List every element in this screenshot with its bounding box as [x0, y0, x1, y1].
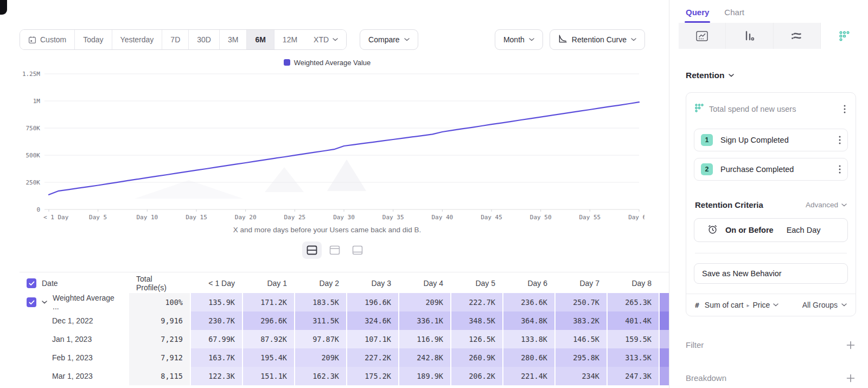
- date-range-12m-button[interactable]: 12M: [275, 30, 305, 49]
- tab-bar-chart-icon[interactable]: [726, 23, 773, 49]
- retention-value-cell[interactable]: 313.5K: [608, 348, 659, 367]
- retention-value-cell[interactable]: 227.2K: [347, 348, 398, 367]
- tab-retention-icon[interactable]: [821, 23, 868, 49]
- layout-chart-toggle[interactable]: [325, 241, 344, 259]
- retention-value-cell[interactable]: 250.7K: [556, 293, 607, 311]
- retention-value-cell[interactable]: 260.9K: [451, 348, 502, 367]
- line-chart-canvas[interactable]: 0250K500K750K1M1.25M< 1 DayDay 5Day 10Da…: [10, 67, 644, 222]
- criteria-timing-row[interactable]: On or Before Each Day: [694, 218, 848, 242]
- row-label-cell[interactable]: Feb 1, 2023: [20, 348, 128, 367]
- retention-value-cell[interactable]: 189.9K: [399, 367, 450, 385]
- retention-value-cell[interactable]: 364.8K: [503, 311, 554, 330]
- retention-value-cell[interactable]: 280.6K: [503, 348, 554, 367]
- retention-value-cell[interactable]: 196.6K: [347, 293, 398, 311]
- retention-value-cell[interactable]: 209K: [399, 293, 450, 311]
- retention-value-cell[interactable]: 126.5K: [451, 330, 502, 348]
- retention-value-cell[interactable]: 67.99K: [191, 330, 242, 348]
- retention-value-cell[interactable]: 163.7K: [191, 348, 242, 367]
- row-checkbox[interactable]: [27, 278, 36, 288]
- retention-value-cell[interactable]: 116.9K: [399, 330, 450, 348]
- measure-property-dropdown[interactable]: Sum of cart ▸ Price: [705, 301, 779, 309]
- table-row[interactable]: Jan 1, 20237,21967.99K87.92K97.87K107.1K…: [20, 330, 669, 348]
- legend-swatch: [284, 59, 290, 66]
- date-range-3m-button[interactable]: 3M: [220, 30, 247, 49]
- tab-flows-icon[interactable]: [774, 23, 821, 49]
- retention-value-cell[interactable]: 135.9K: [191, 293, 242, 311]
- retention-value-cell[interactable]: 175.2K: [347, 367, 398, 385]
- row-label-cell[interactable]: Mar 1, 2023: [20, 367, 128, 385]
- retention-value-cell[interactable]: 162.3K: [295, 367, 346, 385]
- retention-value-cell[interactable]: 311.5K: [295, 311, 346, 330]
- table-row[interactable]: Weighted Average ...100%135.9K171.2K183.…: [20, 293, 669, 311]
- total-profiles-cell: 9,916: [129, 311, 190, 330]
- retention-value-cell[interactable]: 348.5K: [451, 311, 502, 330]
- retention-value-cell[interactable]: 230.7K: [191, 311, 242, 330]
- tab-query[interactable]: Query: [686, 8, 709, 23]
- advanced-dropdown[interactable]: Advanced: [806, 201, 847, 209]
- column-header[interactable]: Date: [20, 273, 128, 293]
- date-range-xtd-button[interactable]: XTD: [305, 30, 346, 49]
- compare-button[interactable]: Compare: [360, 29, 418, 50]
- retention-value-cell[interactable]: 122.3K: [191, 367, 242, 385]
- retention-value-cell[interactable]: 265.3K: [608, 293, 659, 311]
- layout-table-toggle[interactable]: [348, 241, 367, 259]
- retention-value-cell[interactable]: 234K: [556, 367, 607, 385]
- chart-type-dropdown[interactable]: Retention Curve: [550, 29, 645, 50]
- date-range-6m-button[interactable]: 6M: [247, 30, 274, 49]
- row-checkbox[interactable]: [27, 297, 36, 307]
- retention-value-cell[interactable]: 97.87K: [295, 330, 346, 348]
- step-menu-button[interactable]: [838, 164, 842, 175]
- step-menu-button[interactable]: [838, 135, 842, 145]
- retention-value-cell[interactable]: 209K: [295, 348, 346, 367]
- retention-value-cell[interactable]: 295.8K: [556, 348, 607, 367]
- table-row[interactable]: Mar 1, 20238,115122.3K151.1K162.3K175.2K…: [20, 367, 669, 385]
- add-filter-button[interactable]: [846, 341, 855, 349]
- retention-value-cell[interactable]: 242.8K: [399, 348, 450, 367]
- step-number-badge: 1: [701, 134, 713, 146]
- retention-value-cell[interactable]: 324.6K: [347, 311, 398, 330]
- date-range-30d-button[interactable]: 30D: [189, 30, 220, 49]
- retention-value-cell[interactable]: 247.3K: [608, 367, 659, 385]
- save-as-new-behavior-button[interactable]: Save as New Behavior: [694, 263, 848, 284]
- retention-value-cell[interactable]: 87.92K: [243, 330, 294, 348]
- retention-value-cell[interactable]: 206.2K: [451, 367, 502, 385]
- retention-value-cell[interactable]: 236.6K: [503, 293, 554, 311]
- tab-chart[interactable]: Chart: [724, 8, 744, 23]
- retention-value-cell[interactable]: 383.2K: [556, 311, 607, 330]
- retention-value-cell[interactable]: 146.5K: [556, 330, 607, 348]
- date-range-yesterday-button[interactable]: Yesterday: [112, 30, 163, 49]
- retention-value-cell[interactable]: 133.8K: [503, 330, 554, 348]
- step-purchase-completed[interactable]: 2 Purchase Completed: [694, 158, 848, 181]
- expand-row-chevron-icon[interactable]: [42, 301, 47, 304]
- chart-legend[interactable]: Weighted Average Value: [10, 58, 644, 67]
- date-range-custom-button[interactable]: Custom: [20, 30, 75, 49]
- toolbar-right-group: Month Retention Curve: [495, 29, 645, 50]
- retention-value-cell[interactable]: 159.5K: [608, 330, 659, 348]
- retention-value-cell[interactable]: 401.4K: [608, 311, 659, 330]
- behavior-menu-button[interactable]: [843, 104, 847, 115]
- row-label-cell[interactable]: Weighted Average ...: [20, 293, 128, 311]
- add-breakdown-button[interactable]: [846, 374, 855, 383]
- tab-insights-icon[interactable]: [679, 23, 726, 49]
- layout-split-toggle[interactable]: [302, 241, 322, 259]
- table-row[interactable]: Dec 1, 20229,916230.7K296.6K311.5K324.6K…: [20, 311, 669, 330]
- retention-value-cell[interactable]: 171.2K: [243, 293, 294, 311]
- retention-value-cell[interactable]: 107.1K: [347, 330, 398, 348]
- report-type-dropdown[interactable]: Retention: [686, 71, 856, 80]
- retention-value-cell[interactable]: 195.4K: [243, 348, 294, 367]
- retention-value-cell[interactable]: 221.4K: [503, 367, 554, 385]
- date-range-7d-button[interactable]: 7D: [162, 30, 189, 49]
- table-row[interactable]: Feb 1, 20237,912163.7K195.4K209K227.2K24…: [20, 348, 669, 367]
- row-label-cell[interactable]: Dec 1, 2022: [20, 311, 128, 330]
- all-groups-dropdown[interactable]: All Groups: [802, 301, 847, 309]
- date-range-today-button[interactable]: Today: [75, 30, 112, 49]
- retention-value-cell[interactable]: 222.7K: [451, 293, 502, 311]
- row-label-cell[interactable]: Jan 1, 2023: [20, 330, 128, 348]
- retention-value-cell[interactable]: 296.6K: [243, 311, 294, 330]
- retention-value-cell[interactable]: 151.1K: [243, 367, 294, 385]
- retention-value-cell[interactable]: 336.1K: [399, 311, 450, 330]
- retention-value-cell[interactable]: 183.5K: [295, 293, 346, 311]
- step-sign-up-completed[interactable]: 1 Sign Up Completed: [694, 129, 848, 151]
- step-label: Sign Up Completed: [720, 136, 830, 144]
- granularity-dropdown[interactable]: Month: [495, 29, 543, 50]
